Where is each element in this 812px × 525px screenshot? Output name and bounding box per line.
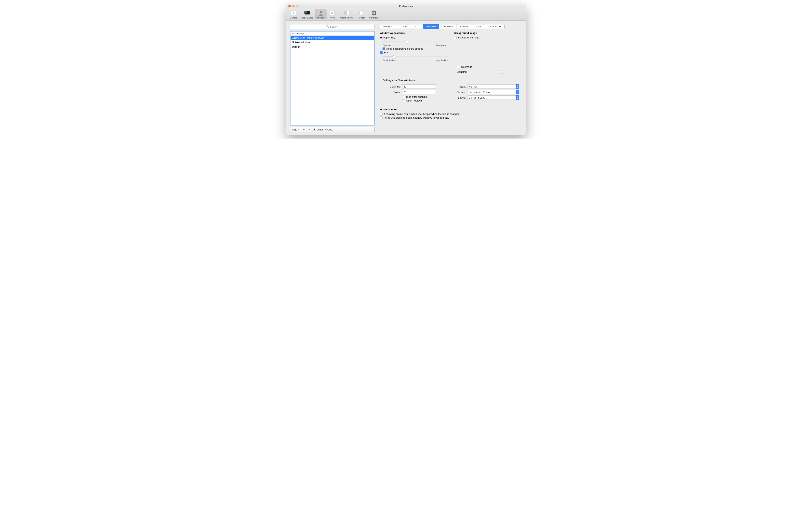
bg-col: Background Image Background Image: Tile …: [454, 31, 522, 74]
blur-slider[interactable]: [382, 55, 448, 59]
detail-panel: General Colors Text Window Terminal Sess…: [378, 24, 522, 132]
other-actions-button[interactable]: ✱ Other Actions... ⌄: [312, 127, 375, 132]
checkbox-icon: [380, 117, 382, 119]
label-columns: Columns:: [383, 85, 401, 88]
tags-button[interactable]: Tags >: [290, 127, 301, 132]
monitor-icon: [304, 10, 311, 16]
blending-slider[interactable]: [469, 70, 522, 74]
label-style: Style:: [454, 85, 466, 88]
stepper-icon: ▲▼: [515, 95, 519, 100]
toolbar-label: Advanced: [369, 17, 379, 19]
appearance-col: Window Appearance Transparency: Opaque T…: [380, 31, 448, 74]
tab-terminal[interactable]: Terminal: [439, 24, 456, 29]
blur-check[interactable]: ✓ Blur:: [380, 51, 448, 54]
svg-rect-1: [293, 12, 294, 14]
stepper-icon: ▲▼: [515, 84, 519, 89]
heading-misc: Miscellaneous: [380, 108, 522, 111]
layout-icon: [344, 10, 350, 16]
list-header[interactable]: Profile Name: [290, 31, 374, 36]
preferences-window: Preferences General Appearance Profiles …: [286, 4, 526, 135]
transparency-slider[interactable]: [382, 40, 448, 44]
hide-after-check[interactable]: Hide after opening: [402, 95, 448, 98]
chevron-down-icon: ⌄: [371, 128, 373, 131]
svg-line-19: [375, 14, 376, 15]
screen-select[interactable]: Screen with Cursor ▲▼: [467, 90, 519, 94]
body: Search Profile Name ★ Default of Hotkey …: [286, 21, 526, 135]
svg-rect-3: [305, 11, 307, 13]
new-windows-section: Settings for New Windows Columns: Rows:: [380, 77, 522, 106]
label-rows: Rows:: [383, 91, 401, 94]
checkbox-icon: [454, 36, 457, 39]
plus-icon: ＋: [302, 128, 305, 131]
heading-appearance: Window Appearance: [380, 31, 448, 34]
svg-point-22: [327, 26, 328, 27]
toolbar-advanced[interactable]: Advanced: [367, 9, 380, 19]
command-icon: ⌘: [329, 10, 335, 16]
tab-session[interactable]: Session: [456, 24, 472, 29]
heading-bg: Background Image: [454, 31, 522, 34]
misc-opt2-check[interactable]: Force this profile to open in a new wind…: [380, 116, 522, 119]
checkbox-icon: [402, 99, 405, 102]
misc-opt1-check[interactable]: If showing profile name in tab title, ke…: [380, 112, 522, 116]
tab-general[interactable]: General: [380, 24, 396, 29]
profile-label: Default: [292, 45, 300, 48]
label-screen: Screen:: [454, 91, 466, 94]
list-item[interactable]: Default: [290, 45, 374, 49]
search-input[interactable]: Search: [290, 24, 375, 29]
toolbar-profiles[interactable]: Profiles: [315, 9, 327, 19]
misc-section: Miscellaneous If showing profile name in…: [380, 108, 522, 119]
open-toolbelt-check[interactable]: Open Toolbelt: [402, 99, 448, 102]
list-item[interactable]: Hotkey Window: [290, 40, 374, 45]
svg-text:⌘: ⌘: [331, 12, 333, 14]
toolbar: General Appearance Profiles ⌘ Keys Arran…: [286, 8, 526, 21]
gear-icon: [371, 10, 377, 16]
toolbar-label: Profiles: [317, 17, 325, 19]
toolbar-label: Keys: [330, 17, 335, 19]
space-select[interactable]: Current Space ▲▼: [467, 95, 519, 100]
keep-opaque-check[interactable]: ✓ Keep background colors opaque: [382, 47, 448, 50]
tab-colors[interactable]: Colors: [396, 24, 411, 29]
tab-window[interactable]: Window: [423, 24, 439, 29]
style-select[interactable]: Normal ▲▼: [467, 84, 519, 89]
switch-icon: [290, 10, 297, 16]
rows-input[interactable]: [402, 90, 436, 94]
profile-list: Profile Name ★ Default of Hotkey Window …: [290, 31, 375, 125]
svg-line-18: [372, 11, 373, 12]
profile-controls: Tags > ＋ − ✱ Other Actions... ⌄: [290, 127, 375, 132]
toolbar-appearance[interactable]: Appearance: [300, 9, 315, 19]
remove-profile-button[interactable]: −: [307, 127, 312, 132]
slider-max: Transparent: [436, 44, 448, 46]
gear-icon: ✱: [313, 128, 316, 131]
toolbar-general[interactable]: General: [288, 9, 300, 19]
svg-point-13: [373, 12, 374, 14]
svg-line-20: [372, 14, 373, 15]
checkbox-icon: [380, 113, 382, 116]
label-transparency: Transparency:: [380, 36, 448, 39]
window-title: Preferences: [286, 5, 526, 8]
bg-image-check[interactable]: Background Image:: [454, 36, 522, 39]
tab-advanced[interactable]: Advanced: [486, 24, 505, 29]
toolbar-arrangements[interactable]: Arrangements: [338, 9, 356, 19]
toolbar-keys[interactable]: ⌘ Keys: [327, 9, 338, 19]
list-item[interactable]: ★ Default of Hotkey Window: [290, 36, 374, 40]
blending-row: Blending:: [457, 69, 522, 74]
checkbox-icon: ✓: [382, 47, 385, 50]
tab-text[interactable]: Text: [411, 24, 423, 29]
toolbar-label: Arrangements: [340, 17, 354, 19]
titlebar: Preferences: [286, 4, 526, 8]
checkbox-icon: ✓: [380, 51, 382, 54]
profile-label: Default of Hotkey Window: [294, 36, 324, 40]
profile-label: Hotkey Window: [292, 41, 310, 44]
bg-image-well[interactable]: [457, 40, 522, 64]
search-icon: [326, 26, 329, 28]
tile-check[interactable]: Tile image: [457, 65, 522, 69]
star-icon: ★: [292, 36, 294, 40]
tab-keys[interactable]: Keys: [472, 24, 486, 29]
toolbar-label: General: [290, 17, 298, 19]
add-profile-button[interactable]: ＋: [301, 127, 307, 132]
toolbar-pointer[interactable]: Pointer: [356, 9, 367, 19]
columns-input[interactable]: [402, 84, 436, 89]
minus-icon: −: [309, 128, 310, 131]
svg-line-21: [375, 11, 376, 12]
profile-sidebar: Search Profile Name ★ Default of Hotkey …: [290, 24, 375, 132]
